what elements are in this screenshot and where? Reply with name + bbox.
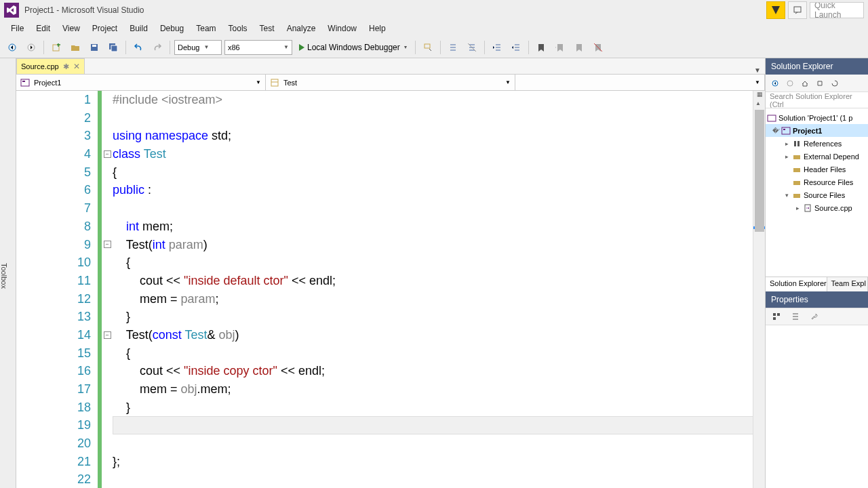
tree-external-deps[interactable]: ▸External Depend — [766, 150, 868, 163]
svg-rect-22 — [793, 194, 800, 198]
svg-rect-7 — [111, 45, 117, 52]
comment-button[interactable] — [445, 39, 461, 56]
svg-rect-10 — [22, 81, 25, 82]
se-back-button[interactable] — [768, 77, 782, 90]
vs-logo-icon — [4, 3, 19, 18]
play-icon — [299, 44, 304, 51]
notifications-button[interactable] — [766, 1, 785, 19]
tab-modified-icon: ✱ — [63, 62, 69, 71]
next-bookmark-button[interactable] — [571, 39, 587, 56]
fold-column[interactable]: −−− — [102, 91, 113, 488]
tab-solution-explorer[interactable]: Solution Explorer — [766, 277, 827, 291]
menu-tools[interactable]: Tools — [223, 22, 253, 35]
member-context-dropdown[interactable]: ▼ — [515, 75, 765, 90]
project-context-label: Project1 — [34, 79, 61, 87]
props-alpha-button[interactable] — [787, 308, 804, 325]
svg-rect-0 — [794, 7, 801, 12]
menu-debug[interactable]: Debug — [155, 22, 189, 35]
se-forward-button[interactable] — [783, 77, 797, 90]
quick-launch-input[interactable]: Quick Launch — [810, 2, 864, 18]
menu-test[interactable]: Test — [254, 22, 280, 35]
code-content[interactable]: #include <iostream>using namespace std;c… — [113, 91, 765, 488]
forward-button[interactable] — [23, 39, 39, 56]
svg-rect-14 — [768, 115, 776, 121]
svg-rect-5 — [92, 45, 96, 47]
menu-project[interactable]: Project — [87, 22, 123, 35]
menu-bar: File Edit View Project Build Debug Team … — [0, 20, 868, 37]
redo-button[interactable] — [149, 39, 165, 56]
side-tabs: Solution Explorer Team Expl — [766, 277, 868, 291]
debugger-label: Local Windows Debugger — [307, 43, 400, 52]
props-categorized-button[interactable] — [768, 308, 785, 325]
tree-solution[interactable]: Solution 'Project1' (1 p — [766, 111, 868, 124]
save-button[interactable] — [86, 39, 102, 56]
tab-team-explorer[interactable]: Team Expl — [827, 277, 869, 291]
menu-window[interactable]: Window — [322, 22, 362, 35]
uncomment-button[interactable] — [464, 39, 480, 56]
toolbox-tab[interactable]: Toolbox — [0, 58, 16, 488]
svg-rect-17 — [794, 141, 796, 146]
split-icon[interactable]: ▦ — [753, 91, 765, 100]
tree-header-files[interactable]: Header Files — [766, 163, 868, 176]
indent-button[interactable] — [489, 39, 505, 56]
svg-rect-25 — [777, 313, 780, 316]
menu-analyze[interactable]: Analyze — [281, 22, 321, 35]
context-bar: Project1 ▼ Test ▼ ▼ — [16, 75, 765, 91]
solution-explorer-search[interactable]: Search Solution Explorer (Ctrl — [766, 92, 868, 108]
config-value: Debug — [178, 43, 199, 52]
new-project-button[interactable] — [48, 39, 64, 56]
svg-rect-26 — [773, 317, 776, 320]
svg-rect-18 — [797, 141, 800, 146]
svg-rect-24 — [773, 313, 776, 316]
outdent-button[interactable] — [508, 39, 524, 56]
properties-header: Properties — [766, 291, 868, 308]
undo-button[interactable] — [130, 39, 146, 56]
se-sync-button[interactable] — [828, 77, 842, 90]
project-context-dropdown[interactable]: Project1 ▼ — [16, 75, 266, 90]
tab-close-icon[interactable]: ✕ — [73, 62, 80, 71]
tab-overflow-icon[interactable]: ▼ — [750, 66, 765, 74]
scroll-up-icon[interactable]: ▲ — [755, 100, 761, 106]
tree-source-cpp[interactable]: ▸Source.cpp — [766, 201, 868, 214]
platform-dropdown[interactable]: x86▼ — [224, 40, 292, 55]
menu-help[interactable]: Help — [363, 22, 391, 35]
svg-rect-19 — [793, 155, 800, 159]
menu-team[interactable]: Team — [191, 22, 221, 35]
se-home-button[interactable] — [798, 77, 812, 90]
back-button[interactable] — [4, 39, 20, 56]
find-button[interactable] — [420, 39, 436, 56]
start-debugger-button[interactable]: Local Windows Debugger ▾ — [295, 40, 411, 55]
tree-source-files[interactable]: ▾Source Files — [766, 188, 868, 201]
line-number-gutter: 12345678910111213141516171819202122 — [16, 91, 98, 488]
feedback-button[interactable] — [788, 1, 807, 19]
solution-explorer-toolbar — [766, 75, 868, 92]
prev-bookmark-button[interactable] — [552, 39, 568, 56]
scope-context-dropdown[interactable]: Test ▼ — [266, 75, 515, 90]
clear-bookmarks-button[interactable] — [590, 39, 606, 56]
svg-rect-20 — [793, 168, 800, 172]
svg-rect-8 — [425, 44, 430, 48]
tab-strip: Source.cpp ✱ ✕ ▼ — [16, 58, 765, 75]
open-button[interactable] — [67, 39, 83, 56]
bookmark-button[interactable] — [533, 39, 549, 56]
menu-file[interactable]: File — [5, 22, 29, 35]
tree-resource-files[interactable]: Resource Files — [766, 176, 868, 188]
props-wrench-button[interactable] — [806, 308, 823, 325]
svg-rect-16 — [783, 129, 785, 130]
menu-build[interactable]: Build — [124, 22, 153, 35]
file-tab-source[interactable]: Source.cpp ✱ ✕ — [16, 58, 85, 74]
window-title: Project1 - Microsoft Visual Studio — [24, 5, 144, 15]
config-dropdown[interactable]: Debug▼ — [174, 40, 222, 55]
platform-value: x86 — [228, 43, 240, 52]
solution-tree[interactable]: Solution 'Project1' (1 p �′Project1 ▸Ref… — [766, 108, 868, 277]
menu-edit[interactable]: Edit — [31, 22, 56, 35]
menu-view[interactable]: View — [57, 22, 85, 35]
properties-body — [766, 325, 868, 488]
tree-project[interactable]: �′Project1 — [766, 124, 868, 137]
se-refresh-button[interactable] — [813, 77, 827, 90]
save-all-button[interactable] — [105, 39, 121, 56]
code-editor[interactable]: 12345678910111213141516171819202122 −−− … — [16, 91, 765, 488]
svg-rect-21 — [793, 181, 800, 185]
tree-references[interactable]: ▸References — [766, 137, 868, 150]
vertical-scrollbar[interactable]: ▦ ▲ — [753, 91, 765, 488]
